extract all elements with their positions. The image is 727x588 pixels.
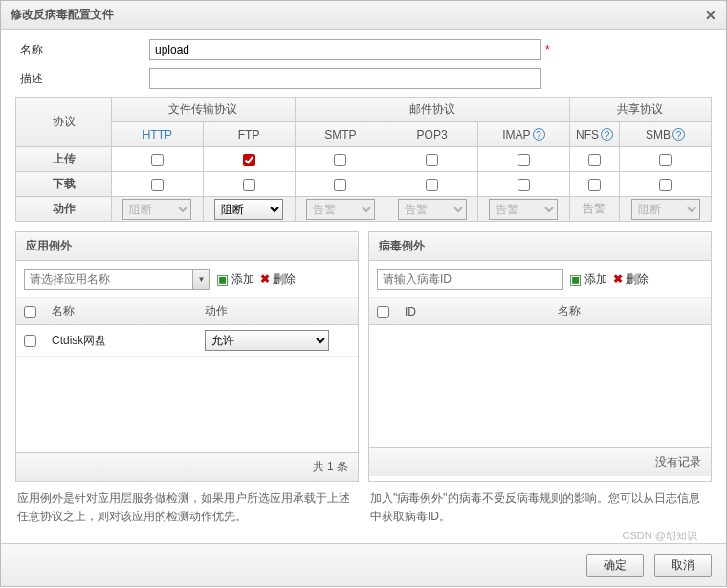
action-imap-select: 告警 — [489, 199, 558, 220]
name-label: 名称 — [15, 42, 149, 58]
dl-smb-check[interactable] — [659, 179, 672, 191]
app-col-name: 名称 — [44, 298, 197, 325]
action-nfs-label: 告警 — [569, 197, 619, 222]
window-title: 修改反病毒配置文件 — [11, 7, 114, 23]
app-checkall[interactable] — [24, 306, 36, 318]
delete-icon: ✖ — [260, 272, 270, 286]
dialog-footer: 确定 取消 — [1, 543, 726, 586]
help-icon[interactable]: ? — [601, 128, 613, 141]
table-row[interactable]: Ctdisk网盘 允许 — [16, 325, 358, 357]
group-file: 文件传输协议 — [112, 98, 296, 122]
close-icon[interactable]: ✕ — [705, 8, 716, 23]
app-exception-panel: 应用例外 ▼ ▣添加 ✖删除 名称 动作 — [15, 231, 359, 482]
virus-pager: 没有记录 — [369, 447, 711, 476]
cancel-button[interactable]: 取消 — [654, 554, 712, 577]
upload-imap-check[interactable] — [518, 154, 530, 166]
virus-exception-panel: 病毒例外 ▣添加 ✖删除 ID 名称 没有记录 — [368, 231, 712, 482]
app-ex-title: 应用例外 — [16, 232, 358, 261]
row-upload: 上传 — [16, 147, 112, 172]
dl-imap-check[interactable] — [518, 179, 530, 191]
action-smb-select: 阻断 — [631, 199, 700, 220]
desc-label: 描述 — [15, 71, 149, 87]
dl-smtp-check[interactable] — [334, 179, 346, 191]
app-row1-check[interactable] — [24, 335, 36, 347]
dl-http-check[interactable] — [151, 179, 164, 191]
col-pop3: POP3 — [386, 122, 478, 147]
virus-id-field[interactable] — [377, 269, 563, 290]
col-smb: SMB? — [620, 122, 712, 147]
col-http: HTTP — [112, 122, 204, 147]
virus-ex-title: 病毒例外 — [369, 232, 711, 261]
help-icon[interactable]: ? — [672, 128, 685, 141]
app-col-action: 动作 — [197, 298, 358, 325]
virus-ex-hint: 加入"病毒例外"的病毒不受反病毒规则的影响。您可以从日志信息中获取病毒ID。 — [368, 482, 712, 534]
virus-add-button[interactable]: ▣添加 — [569, 272, 607, 288]
upload-http-check[interactable] — [151, 154, 164, 166]
virus-col-name: 名称 — [550, 298, 711, 325]
app-name-combo[interactable]: ▼ — [24, 269, 210, 290]
action-http-select: 阻断 — [122, 199, 191, 220]
action-pop3-select: 告警 — [398, 199, 467, 220]
action-smtp-select: 告警 — [306, 199, 375, 220]
upload-smb-check[interactable] — [659, 154, 672, 166]
desc-input[interactable] — [149, 68, 541, 89]
col-imap: IMAP? — [478, 122, 570, 147]
virus-ex-grid: ID 名称 — [369, 298, 711, 325]
app-row1-name: Ctdisk网盘 — [44, 325, 197, 357]
app-ex-grid: 名称 动作 Ctdisk网盘 允许 — [16, 298, 358, 357]
app-add-button[interactable]: ▣添加 — [216, 272, 254, 288]
upload-ftp-check[interactable] — [243, 154, 255, 166]
virus-checkall[interactable] — [377, 306, 389, 318]
chevron-down-icon[interactable]: ▼ — [192, 270, 209, 289]
add-icon: ▣ — [216, 272, 229, 287]
app-row1-action-select[interactable]: 允许 — [205, 330, 329, 351]
titlebar: 修改反病毒配置文件 ✕ — [1, 1, 726, 30]
dl-nfs-check[interactable] — [588, 179, 601, 191]
col-nfs: NFS? — [569, 122, 619, 147]
app-pager: 共 1 条 — [16, 452, 358, 481]
action-ftp-select[interactable]: 阻断 — [214, 199, 283, 220]
group-share: 共享协议 — [569, 98, 711, 122]
protocol-table: 协议 文件传输协议 邮件协议 共享协议 HTTP FTP SMTP POP3 I… — [15, 97, 712, 222]
col-smtp: SMTP — [295, 122, 386, 147]
dl-ftp-check[interactable] — [243, 179, 255, 191]
required-mark: * — [545, 43, 550, 56]
col-ftp: FTP — [203, 122, 295, 147]
delete-icon: ✖ — [613, 272, 623, 286]
ok-button[interactable]: 确定 — [586, 554, 644, 577]
app-name-input[interactable] — [25, 270, 192, 289]
add-icon: ▣ — [569, 272, 582, 287]
upload-smtp-check[interactable] — [334, 154, 346, 166]
virus-del-button[interactable]: ✖删除 — [613, 272, 649, 288]
virus-id-input[interactable] — [378, 270, 562, 289]
app-del-button[interactable]: ✖删除 — [260, 272, 296, 288]
help-icon[interactable]: ? — [533, 128, 545, 141]
dl-pop3-check[interactable] — [426, 179, 438, 191]
group-mail: 邮件协议 — [295, 98, 569, 122]
upload-nfs-check[interactable] — [588, 154, 601, 166]
app-ex-hint: 应用例外是针对应用层服务做检测，如果用户所选应用承载于上述任意协议之上，则对该应… — [15, 482, 359, 534]
upload-pop3-check[interactable] — [426, 154, 438, 166]
name-input[interactable] — [149, 39, 541, 60]
col-protocol: 协议 — [16, 98, 112, 147]
row-action: 动作 — [16, 197, 112, 222]
virus-col-id: ID — [397, 298, 550, 325]
row-download: 下载 — [16, 172, 112, 197]
